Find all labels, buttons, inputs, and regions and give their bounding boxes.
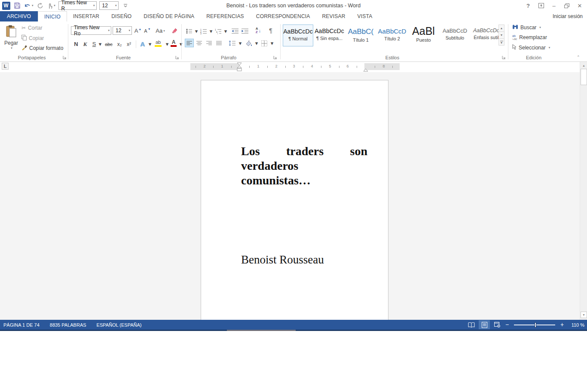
scrollbar-thumb[interactable]: [581, 69, 587, 85]
pilcrow-icon[interactable]: ¶: [266, 26, 275, 35]
tab-vista[interactable]: VISTA: [352, 11, 379, 21]
touch-mode-icon[interactable]: ▾: [47, 1, 56, 10]
document-page[interactable]: Los traders son verdaderos comunistas… B…: [201, 80, 388, 320]
styles-gallery-more-icon[interactable]: ▼: [498, 38, 504, 46]
bullets-icon[interactable]: [185, 27, 193, 36]
page-indicator[interactable]: PÁGINA 1 DE 74: [0, 322, 45, 328]
zoom-level[interactable]: 110 %: [566, 322, 584, 328]
zoom-in-button[interactable]: +: [559, 320, 565, 329]
zoom-slider-handle[interactable]: [535, 322, 536, 328]
word-count[interactable]: 8835 PALABRAS: [45, 322, 92, 328]
document-workspace[interactable]: Los traders son verdaderos comunistas… B…: [0, 72, 580, 320]
redo-icon[interactable]: [36, 1, 45, 10]
word-app-icon[interactable]: W: [2, 1, 10, 10]
numbering-dropdown-icon[interactable]: ▾: [209, 27, 213, 36]
tab-diseno[interactable]: DISEÑO: [105, 11, 138, 21]
tab-correspondencia[interactable]: CORRESPONDENCIA: [250, 11, 316, 21]
paste-button[interactable]: Pegar ▾: [3, 25, 19, 54]
clear-formatting-icon[interactable]: [170, 26, 180, 35]
subscript-button[interactable]: x₂: [115, 40, 124, 49]
italic-button[interactable]: K: [81, 40, 89, 49]
underline-button[interactable]: S: [90, 40, 98, 49]
minimize-icon[interactable]: –: [547, 0, 560, 11]
font-color-button[interactable]: A: [169, 39, 178, 48]
justify-icon[interactable]: [214, 39, 223, 47]
style-titulo-2[interactable]: AaBbCcD Título 2: [377, 24, 407, 46]
style-subtitulo[interactable]: AaBbCcD Subtítulo: [440, 24, 470, 46]
help-icon[interactable]: ?: [522, 0, 535, 11]
text-effects-button[interactable]: A: [138, 40, 147, 49]
tab-diseno-de-pagina[interactable]: DISEÑO DE PÁGINA: [138, 11, 200, 21]
multilevel-list-icon[interactable]: 1ai: [214, 27, 223, 36]
grow-font-button[interactable]: A▲: [133, 26, 143, 35]
tab-insertar[interactable]: INSERTAR: [67, 11, 105, 21]
qat-font-name-combobox[interactable]: Times New R▾: [58, 1, 97, 10]
align-right-icon[interactable]: [205, 39, 214, 47]
strikethrough-button[interactable]: abc: [103, 40, 114, 49]
paragraph-dialog-launcher-icon[interactable]: [273, 55, 278, 60]
clipboard-dialog-launcher-icon[interactable]: [63, 55, 67, 60]
tab-referencias[interactable]: REFERENCIAS: [200, 11, 250, 21]
font-name-combobox[interactable]: Times New Ro▾: [71, 26, 111, 35]
increase-indent-icon[interactable]: [240, 27, 250, 36]
sign-in-link[interactable]: Iniciar sesión: [553, 11, 583, 21]
align-center-icon[interactable]: [195, 39, 204, 47]
shading-dropdown-icon[interactable]: ▾: [254, 39, 259, 48]
bullets-dropdown-icon[interactable]: ▾: [194, 27, 199, 36]
sort-icon[interactable]: AZ ↓: [253, 26, 264, 35]
collapse-ribbon-icon[interactable]: ⌃: [577, 55, 580, 59]
tab-revisar[interactable]: REVISAR: [316, 11, 352, 21]
highlight-dropdown-icon[interactable]: ▾: [165, 40, 169, 49]
save-icon[interactable]: [13, 1, 21, 10]
multilevel-dropdown-icon[interactable]: ▾: [223, 27, 228, 36]
language-indicator[interactable]: ESPAÑOL (ESPAÑA): [92, 322, 147, 328]
tab-inicio[interactable]: INICIO: [38, 11, 67, 21]
web-layout-icon[interactable]: [492, 320, 503, 329]
decrease-indent-icon[interactable]: [230, 27, 240, 36]
style-sin-espaciado[interactable]: AaBbCcDc ¶ Sin espa...: [314, 24, 345, 46]
styles-scroll-up-icon[interactable]: ▲: [498, 24, 504, 32]
zoom-slider[interactable]: [514, 325, 555, 325]
bold-button[interactable]: N: [72, 40, 80, 49]
tab-archivo[interactable]: ARCHIVO: [0, 11, 38, 21]
highlight-color-button[interactable]: ab: [153, 39, 163, 48]
select-button[interactable]: Seleccionar▾: [512, 44, 550, 51]
line-spacing-icon[interactable]: [227, 39, 237, 48]
indent-marker-left[interactable]: [237, 62, 242, 73]
style-titulo-1[interactable]: AaBbC( Título 1: [345, 24, 376, 46]
customize-qat-icon[interactable]: [121, 1, 130, 10]
style-enfasis-sutil[interactable]: AaBbCcDc Énfasis sutil: [471, 24, 501, 46]
replace-button[interactable]: ab⤷ac Reemplazar: [512, 34, 547, 40]
scroll-down-icon[interactable]: ▼: [581, 312, 587, 318]
read-mode-icon[interactable]: [466, 320, 477, 329]
scroll-up-icon[interactable]: ▲: [581, 62, 587, 69]
styles-scroll-down-icon[interactable]: ▼: [498, 31, 504, 39]
line-spacing-dropdown-icon[interactable]: ▾: [238, 39, 242, 48]
superscript-button[interactable]: x²: [125, 40, 133, 49]
shrink-font-button[interactable]: A▼: [143, 26, 152, 35]
tab-stop-selector[interactable]: L: [2, 63, 9, 70]
find-button[interactable]: Buscar▾: [512, 24, 541, 31]
style-puesto[interactable]: AaBl Puesto: [408, 24, 439, 46]
close-icon[interactable]: ✕: [573, 0, 586, 11]
borders-icon[interactable]: [260, 39, 269, 48]
text-effects-dropdown-icon[interactable]: ▾: [148, 40, 152, 49]
zoom-out-button[interactable]: −: [504, 320, 510, 329]
font-dialog-launcher-icon[interactable]: [175, 55, 180, 60]
vertical-scrollbar[interactable]: ▲ ▼: [580, 62, 587, 320]
numbering-icon[interactable]: 123: [199, 27, 208, 36]
styles-dialog-launcher-icon[interactable]: [502, 55, 506, 60]
borders-dropdown-icon[interactable]: ▾: [270, 39, 274, 48]
style-normal[interactable]: AaBbCcDc ¶ Normal: [283, 24, 313, 46]
shading-icon[interactable]: [244, 39, 254, 48]
underline-dropdown-icon[interactable]: ▾: [98, 40, 102, 49]
ribbon-display-options-icon[interactable]: [535, 0, 547, 11]
print-layout-icon[interactable]: [479, 320, 490, 329]
qat-font-size-combobox[interactable]: 12▾: [99, 1, 119, 10]
cut-button[interactable]: ✂Cortar: [21, 25, 42, 31]
change-case-button[interactable]: Aa▾: [154, 26, 167, 35]
format-painter-button[interactable]: Copiar formato: [21, 45, 63, 52]
indent-marker-right[interactable]: [363, 66, 368, 69]
font-size-combobox[interactable]: 12▾: [113, 26, 132, 35]
align-left-icon[interactable]: [185, 39, 194, 47]
